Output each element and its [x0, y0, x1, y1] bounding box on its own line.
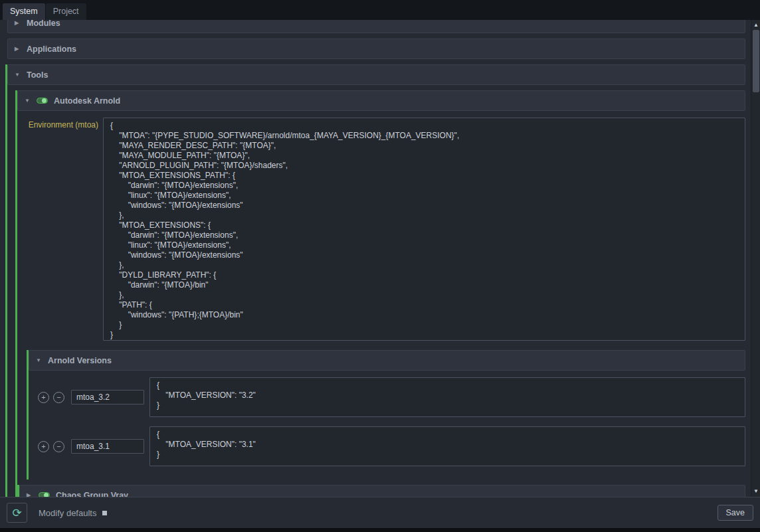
section-header-chaos-group-vray[interactable]: ▶ Chaos Group Vray	[19, 485, 745, 497]
version-json-textarea[interactable]: { "MTOA_VERSION": "3.2" }	[149, 377, 745, 417]
chevron-down-icon: ▼	[25, 98, 31, 104]
version-row: + − { "MTOA_VERSION": "3.2" }	[38, 377, 745, 417]
section-applications: ▶ Applications	[5, 39, 745, 59]
modify-defaults: Modify defaults	[39, 508, 107, 518]
refresh-button[interactable]: ⟳	[7, 503, 27, 523]
version-json-textarea[interactable]: { "MTOA_VERSION": "3.1" }	[149, 426, 745, 466]
tool-label: Chaos Group Vray	[56, 491, 128, 497]
tool-enabled-toggle[interactable]	[39, 492, 50, 497]
environment-row: Environment (mtoa) { "MTOA": "{PYPE_STUD…	[27, 118, 745, 341]
save-button[interactable]: Save	[717, 505, 754, 521]
footer-bar: ⟳ Modify defaults Save	[0, 497, 760, 528]
scroll-down-arrow-icon[interactable]: ▼	[751, 488, 760, 495]
section-label: Applications	[27, 44, 76, 54]
section-arnold-versions: ▼ Arnold Versions + − {	[27, 350, 745, 480]
section-autodesk-arnold: ▼ Autodesk Arnold Environment (mtoa) { "…	[15, 90, 745, 497]
section-header-applications[interactable]: ▶ Applications	[7, 39, 745, 59]
environment-label: Environment (mtoa)	[27, 118, 98, 130]
arnold-body: Environment (mtoa) { "MTOA": "{PYPE_STUD…	[17, 118, 745, 497]
chevron-right-icon: ▶	[15, 21, 21, 26]
section-label: Modules	[27, 20, 60, 28]
scroll-up-arrow-icon[interactable]: ▲	[751, 21, 760, 29]
tools-body: ▼ Autodesk Arnold Environment (mtoa) { "…	[7, 85, 745, 497]
tool-label: Autodesk Arnold	[54, 96, 120, 106]
settings-content: ▶ Modules ▶ Applications ▼ Tools	[0, 20, 751, 497]
tab-project[interactable]: Project	[46, 3, 86, 20]
version-key-input[interactable]	[71, 439, 144, 454]
add-version-button[interactable]: +	[38, 441, 49, 452]
tab-bar: System Project	[0, 0, 760, 20]
section-label: Tools	[27, 70, 48, 80]
modify-defaults-label: Modify defaults	[39, 508, 96, 518]
chevron-right-icon: ▶	[15, 46, 21, 52]
section-header-autodesk-arnold[interactable]: ▼ Autodesk Arnold	[17, 90, 745, 111]
section-chaos-group-vray: ▶ Chaos Group Vray	[17, 485, 745, 497]
environment-json-textarea[interactable]: { "MTOA": "{PYPE_STUDIO_SOFTWARE}/arnold…	[103, 118, 745, 341]
modify-defaults-checkbox[interactable]	[102, 511, 107, 515]
tab-system[interactable]: System	[3, 3, 45, 20]
settings-scroll-area: ▶ Modules ▶ Applications ▼ Tools	[0, 20, 760, 497]
add-version-button[interactable]: +	[38, 392, 49, 403]
section-tools: ▼ Tools ▼ Autodesk Arnold	[5, 64, 745, 497]
remove-version-button[interactable]: −	[53, 392, 64, 403]
section-header-modules[interactable]: ▶ Modules	[7, 20, 745, 33]
version-row: + − { "MTOA_VERSION": "3.1" }	[38, 426, 745, 466]
scrollbar-thumb[interactable]	[753, 30, 759, 92]
arnold-versions-body: + − { "MTOA_VERSION": "3.2" } + −	[29, 371, 745, 480]
scrollbar[interactable]: ▲ ▼	[751, 20, 760, 497]
chevron-down-icon: ▼	[36, 358, 42, 363]
section-modules: ▶ Modules	[5, 20, 745, 33]
version-key-input[interactable]	[71, 390, 144, 404]
section-header-arnold-versions[interactable]: ▼ Arnold Versions	[29, 350, 745, 371]
section-label: Arnold Versions	[48, 356, 112, 365]
tool-enabled-toggle[interactable]	[37, 98, 48, 104]
chevron-down-icon: ▼	[15, 72, 21, 78]
section-header-tools[interactable]: ▼ Tools	[7, 64, 745, 85]
remove-version-button[interactable]: −	[53, 441, 64, 452]
settings-window: System Project ▶ Modules ▶ Applications	[0, 0, 760, 532]
